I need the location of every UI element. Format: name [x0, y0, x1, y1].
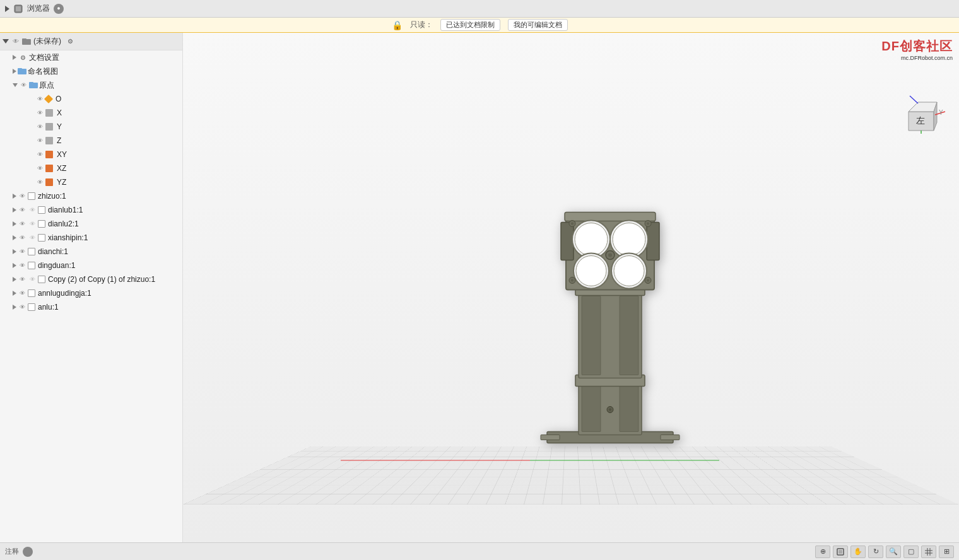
expand-icon[interactable] [3, 39, 9, 44]
yz-visibility-icon[interactable]: 👁 [35, 178, 44, 187]
expand-zhizuo-icon[interactable] [13, 194, 16, 199]
visibility-icon[interactable]: 👁 [11, 37, 20, 46]
origin-x-icon [45, 109, 53, 117]
grid-icon [925, 548, 933, 556]
sidebar-item-dianlub1[interactable]: 👁 👁 dianlub1:1 [0, 203, 182, 217]
expand-copy-icon[interactable] [13, 277, 16, 282]
svg-rect-14 [582, 385, 601, 432]
tool-move-button[interactable]: ⊕ [815, 545, 830, 558]
z-visibility-icon[interactable]: 👁 [35, 136, 44, 145]
sidebar-item-origin[interactable]: 👁 原点 [0, 78, 182, 92]
svg-rect-21 [620, 296, 638, 375]
expand-doc-settings-icon[interactable] [13, 55, 16, 60]
copy-extra-icon: 👁 [28, 275, 37, 284]
collapse-origin-icon[interactable] [13, 83, 18, 87]
origin-o-label: O [56, 95, 61, 103]
limit-info-button[interactable]: 已达到文档限制 [440, 19, 500, 31]
xy-visibility-icon[interactable]: 👁 [35, 150, 44, 159]
dianlu2-label: dianlu2:1 [48, 219, 79, 228]
model-svg [534, 110, 686, 464]
expand-named-views-icon[interactable] [13, 69, 16, 74]
notes-close-button[interactable] [23, 547, 33, 557]
sidebar-item-origin-xy[interactable]: 👁 XY [0, 148, 182, 161]
tool-select-button[interactable] [833, 545, 848, 558]
tool-zoom-button[interactable]: 🔍 [886, 545, 901, 558]
sidebar-item-anlu[interactable]: 👁 anlu:1 [0, 300, 182, 314]
dianchi-visibility-icon[interactable]: 👁 [18, 247, 26, 256]
sidebar-item-named-views[interactable]: 命名视图 [0, 64, 182, 78]
annlugudingja-component-icon [28, 289, 35, 297]
settings-icon[interactable]: ⚙ [65, 37, 75, 47]
dianlub1-visibility-icon[interactable]: 👁 [18, 206, 26, 214]
sidebar-item-origin-o[interactable]: 👁 O [0, 92, 182, 106]
origin-xz-label: XZ [57, 164, 66, 173]
zhizuo-visibility-icon[interactable]: 👁 [18, 192, 26, 201]
sidebar-item-xianshipin[interactable]: 👁 👁 xianshipin:1 [0, 231, 182, 245]
sidebar-item-zhizuo[interactable]: 👁 zhizuo:1 [0, 189, 182, 203]
svg-text:Y: Y [939, 109, 943, 116]
svg-rect-11 [541, 435, 560, 440]
3d-model[interactable] [534, 110, 686, 465]
svg-point-42 [571, 279, 574, 282]
title-bar: 浏览器 ● [0, 0, 959, 18]
dingduan-visibility-icon[interactable]: 👁 [18, 261, 26, 270]
sidebar-header: 👁 (未保存) ⚙ [0, 33, 182, 50]
sidebar-item-doc-settings[interactable]: ⚙ 文档设置 [0, 50, 182, 64]
sidebar-item-origin-yz[interactable]: 👁 YZ [0, 175, 182, 189]
zhizuo-label: zhizuo:1 [38, 192, 66, 201]
readonly-label: 只读： [410, 20, 433, 30]
expand-dianlu2-icon[interactable] [13, 221, 16, 226]
sidebar-item-origin-z[interactable]: 👁 Z [0, 134, 182, 148]
y-visibility-icon[interactable]: 👁 [35, 122, 44, 131]
tool-rotate-button[interactable]: ↻ [868, 545, 883, 558]
dianlu2-visibility-icon[interactable]: 👁 [18, 219, 26, 228]
sidebar-item-dingduan[interactable]: 👁 dingduan:1 [0, 259, 182, 272]
folder-icon [22, 37, 31, 46]
annlugudingja-visibility-icon[interactable]: 👁 [18, 289, 26, 298]
expand-xianshipin-icon[interactable] [13, 235, 16, 240]
svg-point-34 [614, 256, 644, 286]
close-button[interactable]: ● [54, 4, 64, 14]
sidebar-header-icons: 👁 [11, 37, 31, 46]
viewport-3d[interactable]: DF创客社区 mc.DFRobot.com.cn 左 Y [183, 33, 959, 542]
select-icon [836, 547, 845, 556]
o-visibility-icon[interactable]: 👁 [35, 95, 44, 103]
origin-visibility-icon[interactable]: 👁 [19, 81, 28, 90]
sidebar-item-copy-zhizuo[interactable]: 👁 👁 Copy (2) of Copy (1) of zhizuo:1 [0, 272, 182, 286]
anlu-visibility-icon[interactable]: 👁 [18, 303, 26, 312]
copy-visibility-icon[interactable]: 👁 [18, 275, 26, 284]
notes-label: 注释 [5, 547, 19, 556]
dianlub1-component-icon [38, 206, 45, 214]
tool-frame-button[interactable]: ▢ [903, 545, 919, 558]
copy-component-icon [38, 276, 45, 283]
readonly-banner: 🔒 只读： 已达到文档限制 我的可编辑文档 [0, 18, 959, 33]
tool-grid-button[interactable] [921, 545, 936, 558]
tool-hand-button[interactable]: ✋ [850, 545, 866, 558]
sidebar-item-origin-xz[interactable]: 👁 XZ [0, 161, 182, 175]
sidebar-item-dianchi[interactable]: 👁 dianchi:1 [0, 245, 182, 259]
x-visibility-icon[interactable]: 👁 [35, 108, 44, 117]
sidebar-item-origin-y[interactable]: 👁 Y [0, 120, 182, 134]
expand-annlugudingja-icon[interactable] [13, 291, 16, 296]
svg-rect-24 [561, 223, 574, 260]
expand-anlu-icon[interactable] [13, 305, 16, 310]
sidebar-item-origin-x[interactable]: 👁 X [0, 106, 182, 120]
xianshipin-visibility-icon[interactable]: 👁 [18, 233, 26, 242]
xianshipin-label: xianshipin:1 [48, 233, 88, 242]
view-cube[interactable]: 左 Y [896, 83, 946, 134]
dianlu2-extra-icon: 👁 [28, 219, 37, 228]
collapse-icon[interactable] [5, 6, 9, 12]
expand-dianlub1-icon[interactable] [13, 207, 16, 213]
sidebar-item-dianlu2[interactable]: 👁 👁 dianlu2:1 [0, 217, 182, 231]
svg-point-38 [571, 223, 574, 225]
expand-dianchi-icon[interactable] [13, 249, 16, 254]
tool-settings-button[interactable]: ⊞ [939, 545, 954, 558]
xianshipin-component-icon [38, 234, 45, 242]
svg-point-44 [647, 279, 649, 282]
expand-dingduan-icon[interactable] [13, 263, 16, 268]
sidebar-item-annlugudingja[interactable]: 👁 annlugudingja:1 [0, 286, 182, 300]
dingduan-component-icon [28, 262, 35, 269]
editable-docs-button[interactable]: 我的可编辑文档 [508, 19, 568, 31]
origin-x-label: X [57, 108, 62, 117]
xz-visibility-icon[interactable]: 👁 [35, 164, 44, 173]
